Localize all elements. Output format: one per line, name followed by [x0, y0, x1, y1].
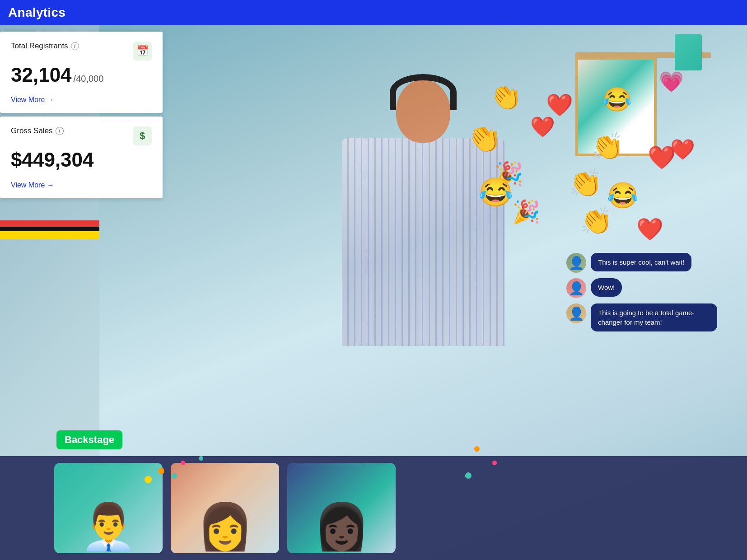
- confetti-teal: [172, 473, 177, 479]
- card-header-registrants: Total Registrants i 📅: [11, 42, 152, 61]
- sales-view-more[interactable]: View More →: [11, 181, 152, 189]
- thumb-figure-3: 👩🏿: [301, 476, 382, 553]
- sales-info-icon[interactable]: i: [56, 127, 64, 135]
- background-item: [675, 34, 702, 70]
- thumbnail-2[interactable]: 👩: [171, 463, 279, 553]
- card-header-sales: Gross Sales i $: [11, 126, 152, 145]
- chat-message-3: 👤 This is going to be a total game-chang…: [566, 303, 738, 331]
- color-bar-red-2: [0, 220, 99, 227]
- chat-bubble-1: This is super cool, can't wait!: [591, 253, 691, 271]
- bottom-thumbnails-area: 👨‍💼 👩 👩🏿: [0, 456, 747, 560]
- sales-card: Gross Sales i $ $449,304 View More →: [0, 117, 163, 198]
- avatar-3: 👤: [566, 303, 586, 323]
- thumb-figure-2: 👩: [184, 476, 266, 553]
- chat-message-1: 👤 This is super cool, can't wait!: [566, 253, 738, 273]
- calendar-icon: 📅: [136, 45, 149, 57]
- sales-value: $449,304: [11, 149, 152, 171]
- registrants-view-more[interactable]: View More →: [11, 96, 152, 104]
- registrants-value: 32,104/40,000: [11, 64, 152, 86]
- card-title-registrants: Total Registrants i: [11, 42, 79, 51]
- presenter-torso: [342, 138, 504, 346]
- avatar-2: 👤: [566, 278, 586, 298]
- confetti-teal-2: [199, 456, 203, 461]
- chat-panel: 👤 This is super cool, can't wait! 👤 Wow!…: [566, 253, 738, 331]
- confetti-orange-r: [474, 446, 480, 452]
- dollar-icon: $: [140, 130, 145, 142]
- analytics-cards: Total Registrants i 📅 32,104/40,000 View…: [0, 32, 163, 202]
- color-bar-black-2: [0, 227, 99, 231]
- confetti-pink: [181, 461, 185, 465]
- thumb-figure-1: 👨‍💼: [68, 476, 149, 553]
- registrants-label: Total Registrants: [11, 42, 68, 51]
- registrants-info-icon[interactable]: i: [71, 42, 79, 50]
- avatar-1: 👤: [566, 253, 586, 273]
- confetti-orange: [158, 468, 164, 474]
- backstage-label[interactable]: Backstage: [56, 430, 122, 449]
- chat-message-2: 👤 Wow!: [566, 278, 738, 298]
- presenter-headphones: [390, 74, 457, 110]
- confetti-teal-r: [465, 472, 472, 479]
- registrants-limit: /40,000: [74, 74, 104, 84]
- color-bar-yellow-2: [0, 231, 99, 239]
- confetti-pink-r: [492, 461, 497, 465]
- chat-bubble-3: This is going to be a total game-changer…: [591, 303, 717, 331]
- sales-icon-btn: $: [133, 126, 152, 145]
- registrants-icon-btn: 📅: [133, 42, 152, 61]
- header-bar: Analytics: [0, 0, 747, 25]
- chat-bubble-2: Wow!: [591, 278, 622, 297]
- confetti-yellow: [145, 476, 152, 483]
- registrants-card: Total Registrants i 📅 32,104/40,000 View…: [0, 32, 163, 113]
- shirt-pattern: [342, 138, 504, 346]
- sales-label: Gross Sales: [11, 126, 53, 135]
- page-title: Analytics: [8, 5, 65, 20]
- background-frame: [575, 57, 657, 156]
- thumbnail-3[interactable]: 👩🏿: [287, 463, 396, 553]
- card-title-sales: Gross Sales i: [11, 126, 64, 135]
